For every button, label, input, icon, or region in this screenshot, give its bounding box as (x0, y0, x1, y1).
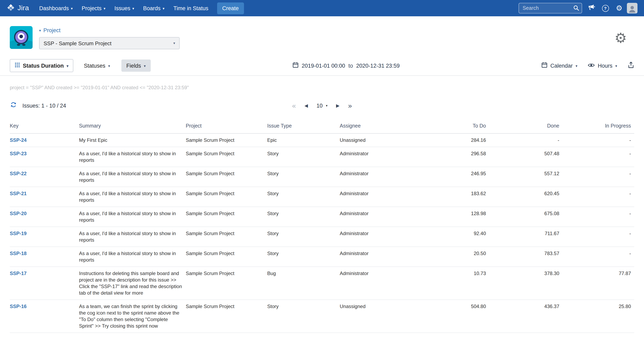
hours-dropdown[interactable]: Hours ▾ (588, 62, 617, 69)
table-row: SSP-16 As a team, we can finish the spri… (10, 300, 634, 333)
chevron-down-icon: ▾ (132, 6, 134, 10)
issue-key-link[interactable]: SSP-17 (10, 270, 27, 276)
issue-inprogress-duration: - (562, 167, 634, 187)
project-select[interactable]: SSP - Sample Scrum Project ▾ (39, 37, 180, 49)
issue-summary: My First Epic (79, 134, 186, 147)
issue-assignee: Administrator (340, 167, 431, 187)
date-separator: to (348, 62, 353, 69)
project-avatar (10, 26, 32, 49)
first-page-icon[interactable]: « (292, 102, 296, 109)
nav-time-in-status[interactable]: Time in Status (169, 0, 213, 16)
issue-todo-duration: 128.98 (431, 207, 489, 227)
calendar-icon (541, 62, 548, 69)
nav-projects[interactable]: Projects ▾ (77, 0, 110, 16)
issue-inprogress-duration: - (562, 147, 634, 167)
project-select-value: SSP - Sample Scrum Project (44, 40, 112, 46)
report-type-label: Status Duration (23, 62, 64, 69)
issue-type: Story (267, 300, 340, 333)
chevron-down-icon: ▾ (39, 28, 41, 32)
issue-todo-duration: 284.16 (431, 134, 489, 147)
column-header-assignee[interactable]: Assignee (340, 120, 431, 134)
search-input[interactable] (518, 3, 582, 14)
user-silhouette-icon (628, 4, 637, 14)
jira-logo-icon (6, 3, 15, 13)
issue-project: Sample Scrum Project (186, 267, 267, 300)
issue-summary: As a user, I'd like a historical story t… (79, 207, 186, 227)
issue-todo-duration: 246.95 (431, 167, 489, 187)
report-content: project = "SSP" AND created >= "2019-01-… (0, 85, 644, 333)
project-section-label: Project (44, 27, 60, 34)
issue-key-link[interactable]: SSP-18 (10, 250, 27, 256)
date-from[interactable]: 2019-01-01 00:00 (302, 62, 345, 69)
announcements-button[interactable] (584, 0, 598, 16)
refresh-button[interactable] (10, 101, 17, 110)
issue-key-link[interactable]: SSP-20 (10, 211, 27, 216)
previous-page-icon[interactable]: ◀ (304, 103, 308, 108)
pagination: « ◀ 10 ▾ ▶ » (292, 102, 352, 109)
issue-inprogress-duration: - (562, 247, 634, 267)
issue-inprogress-duration: - (562, 227, 634, 247)
nav-issues[interactable]: Issues ▾ (110, 0, 139, 16)
toolbar-right-group: Calendar ▾ Hours ▾ (541, 61, 634, 70)
issue-project: Sample Scrum Project (186, 247, 267, 267)
issue-key-cell: SSP-19 (10, 227, 79, 247)
issue-project: Sample Scrum Project (186, 147, 267, 167)
gear-icon: ⚙ (616, 4, 622, 12)
issue-key-link[interactable]: SSP-21 (10, 191, 27, 196)
report-toolbar: Status Duration ▾ Statuses ▾ Fields ▾ (10, 59, 634, 72)
issue-key-link[interactable]: SSP-24 (10, 137, 27, 143)
issue-type: Story (267, 207, 340, 227)
user-avatar[interactable] (627, 3, 638, 14)
column-header-done[interactable]: Done (489, 120, 562, 134)
search-icon[interactable] (573, 5, 579, 13)
column-header-issue-type[interactable]: Issue Type (267, 120, 340, 134)
date-to[interactable]: 2020-12-31 23:59 (356, 62, 400, 69)
statuses-dropdown[interactable]: Statuses ▾ (79, 59, 115, 72)
export-button[interactable] (628, 61, 634, 70)
table-row: SSP-18 As a user, I'd like a historical … (10, 247, 634, 267)
issue-assignee: Unassigned (340, 134, 431, 147)
project-row: ▾ Project SSP - Sample Scrum Project ▾ (10, 26, 634, 49)
column-header-summary[interactable]: Summary (79, 120, 186, 134)
column-header-todo[interactable]: To Do (431, 120, 489, 134)
jira-logo[interactable]: Jira (6, 3, 29, 13)
refresh-icon (10, 101, 17, 110)
megaphone-icon (588, 4, 595, 13)
nav-dashboards[interactable]: Dashboards ▾ (34, 0, 77, 16)
column-header-project[interactable]: Project (186, 120, 267, 134)
issue-done-duration: 783.57 (489, 247, 562, 267)
fields-dropdown[interactable]: Fields ▾ (122, 60, 150, 72)
table-header-row: Key Summary Project Issue Type Assignee … (10, 120, 634, 134)
chevron-down-icon: ▾ (144, 64, 146, 68)
settings-button[interactable]: ⚙ (612, 0, 626, 16)
issue-key-cell: SSP-17 (10, 267, 79, 300)
report-header: ▾ Project SSP - Sample Scrum Project ▾ ⚙ (0, 16, 644, 76)
eye-icon (588, 62, 595, 69)
page-size-select[interactable]: 10 ▾ (316, 102, 328, 108)
report-type-button[interactable]: Status Duration ▾ (10, 59, 73, 72)
caret-down-icon: ▾ (326, 104, 328, 107)
issue-project: Sample Scrum Project (186, 207, 267, 227)
last-page-icon[interactable]: » (348, 102, 352, 109)
column-header-key[interactable]: Key (10, 120, 79, 134)
column-header-in-progress[interactable]: In Progress (562, 120, 634, 134)
table-row: SSP-24 My First Epic Sample Scrum Projec… (10, 134, 634, 147)
issue-summary: As a user, I'd like a historical story t… (79, 187, 186, 207)
issue-project: Sample Scrum Project (186, 187, 267, 207)
calendar-dropdown[interactable]: Calendar ▾ (541, 62, 578, 69)
report-settings-gear[interactable]: ⚙ (614, 31, 627, 45)
next-page-icon[interactable]: ▶ (336, 103, 340, 108)
issue-key-link[interactable]: SSP-23 (10, 151, 27, 156)
issue-key-link[interactable]: SSP-22 (10, 171, 27, 176)
issue-type: Story (267, 247, 340, 267)
help-icon: ? (602, 5, 609, 12)
issue-todo-duration: 296.58 (431, 147, 489, 167)
issue-key-link[interactable]: SSP-19 (10, 231, 27, 236)
help-button[interactable]: ? (598, 0, 612, 16)
issue-summary: Instructions for deleting this sample bo… (79, 267, 186, 300)
issue-todo-duration: 10.73 (431, 267, 489, 300)
issue-key-link[interactable]: SSP-16 (10, 304, 27, 309)
create-button[interactable]: Create (217, 2, 244, 14)
project-section-toggle[interactable]: ▾ Project (39, 26, 180, 34)
nav-boards[interactable]: Boards ▾ (139, 0, 169, 16)
